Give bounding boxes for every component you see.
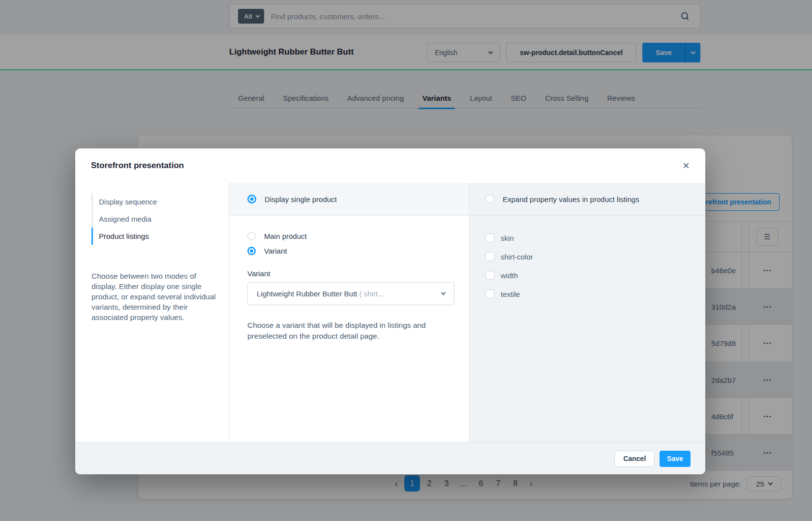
modal-header: Storefront presentation × <box>75 148 705 183</box>
property-option-textile[interactable]: textile <box>485 289 705 298</box>
shirt-color-label: shirt-color <box>501 253 533 261</box>
single-product-panel: Display single product Main product Vari… <box>229 183 469 442</box>
app-canvas: All Lightweight Rubber Butter Butt Engli… <box>0 0 812 521</box>
expand-properties-radio[interactable] <box>485 195 494 203</box>
property-option-shirt-color[interactable]: shirt-color <box>485 252 705 261</box>
variant-help-text: Choose a variant that will be displayed … <box>247 320 445 341</box>
expand-properties-panel: Expand property values in product listin… <box>469 183 705 442</box>
skin-checkbox[interactable] <box>485 233 494 242</box>
modal-footer: Cancel Save <box>75 442 705 474</box>
display-single-product-label: Display single product <box>265 195 337 203</box>
variant-radio[interactable] <box>247 247 256 255</box>
textile-checkbox[interactable] <box>485 289 494 298</box>
main-product-radio[interactable] <box>247 232 256 240</box>
variant-select-value: Lightweight Rubber Butter Butt ( shirt..… <box>257 289 384 298</box>
single-product-mode-row: Display single product <box>229 183 469 216</box>
main-product-label: Main product <box>264 232 307 240</box>
width-label: width <box>501 271 518 280</box>
property-option-width[interactable]: width <box>485 271 705 280</box>
single-product-body: Main product Variant Variant Lightweight… <box>229 216 469 341</box>
modal-nav-description: Choose between two modes of display. Eit… <box>91 271 216 323</box>
main-product-option[interactable]: Main product <box>247 231 450 241</box>
modal-title: Storefront presentation <box>91 161 184 171</box>
modal-nav-assigned-media[interactable]: Assigned media <box>91 210 229 228</box>
width-checkbox[interactable] <box>485 271 494 280</box>
storefront-presentation-modal: Storefront presentation × Display sequen… <box>75 148 705 474</box>
variant-option[interactable]: Variant <box>247 245 450 256</box>
modal-cancel-button[interactable]: Cancel <box>614 451 655 467</box>
textile-label: textile <box>501 290 520 298</box>
variant-select-suffix: ( shirt... <box>359 289 384 298</box>
modal-nav-display-sequence[interactable]: Display sequence <box>91 193 229 210</box>
modal-sidebar: Display sequence Assigned media Product … <box>75 183 229 442</box>
properties-list: skin shirt-color width textile <box>470 216 705 308</box>
display-single-product-radio[interactable] <box>247 195 256 203</box>
expand-mode-row: Expand property values in product listin… <box>470 183 705 216</box>
modal-body: Display sequence Assigned media Product … <box>75 183 705 442</box>
property-option-skin[interactable]: skin <box>485 233 705 242</box>
chevron-down-icon <box>441 290 446 295</box>
variant-select[interactable]: Lightweight Rubber Butter Butt ( shirt..… <box>247 282 454 305</box>
modal-nav-product-listings[interactable]: Product listings <box>91 228 229 245</box>
modal-save-button[interactable]: Save <box>660 451 691 467</box>
variant-option-label: Variant <box>264 247 287 255</box>
expand-properties-label: Expand property values in product listin… <box>503 195 639 203</box>
shirt-color-checkbox[interactable] <box>485 252 494 261</box>
skin-label: skin <box>501 234 514 242</box>
variant-field-label: Variant <box>247 269 450 278</box>
close-icon[interactable]: × <box>683 160 690 172</box>
